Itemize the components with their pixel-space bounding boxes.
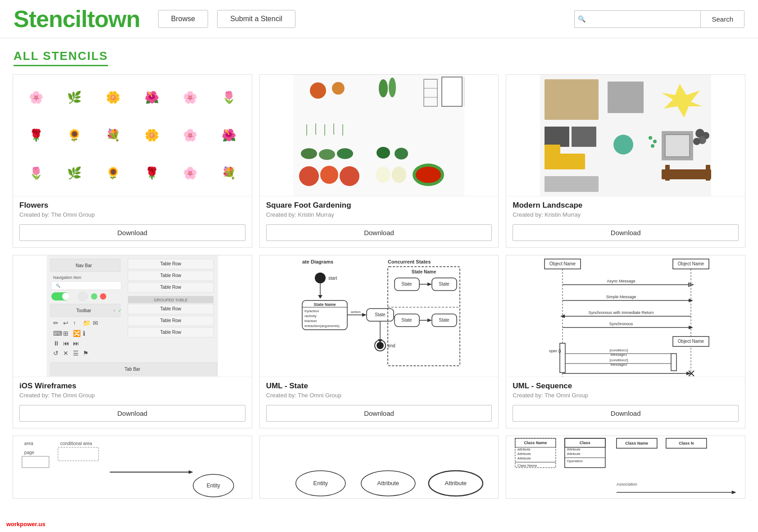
search-button[interactable]: Search xyxy=(700,10,744,28)
svg-text:end: end xyxy=(388,343,395,348)
stencil-name-landscape: Modern Landscape xyxy=(513,201,739,210)
svg-rect-31 xyxy=(545,127,569,147)
svg-text:⏸: ⏸ xyxy=(53,340,59,347)
search-input[interactable] xyxy=(574,10,700,28)
svg-text:Nav Bar: Nav Bar xyxy=(76,263,92,268)
svg-text:Attribute: Attribute xyxy=(517,456,531,460)
svg-text:[condition2]: [condition2] xyxy=(610,358,628,362)
svg-text:action: action xyxy=(351,310,360,314)
svg-point-2 xyxy=(332,82,345,95)
svg-point-26 xyxy=(416,167,441,183)
flower-11: 🌸 xyxy=(172,117,209,153)
svg-text:✉: ✉ xyxy=(93,319,98,327)
svg-text:Attribute: Attribute xyxy=(377,480,399,487)
flower-18: 💐 xyxy=(210,155,247,191)
svg-point-20 xyxy=(299,166,319,186)
svg-point-64 xyxy=(91,293,97,300)
svg-text:Class Name: Class Name xyxy=(524,441,547,445)
download-button-uml-state[interactable]: Download xyxy=(266,405,492,422)
download-button-garden[interactable]: Download xyxy=(266,224,492,241)
flower-17: 🌸 xyxy=(172,155,209,191)
svg-text:Table Row: Table Row xyxy=(160,318,181,323)
stencil-author-uml-seq: Created by: The Omni Group xyxy=(513,392,739,399)
stencil-name-flowers: Flowers xyxy=(19,201,245,210)
download-button-landscape[interactable]: Download xyxy=(513,224,739,241)
flower-7: 🌹 xyxy=(18,117,54,153)
svg-text:Toolbar: Toolbar xyxy=(76,308,91,313)
svg-text:⌨: ⌨ xyxy=(53,330,62,337)
svg-rect-29 xyxy=(608,82,644,113)
stencil-info-uml-seq: UML - Sequence Created by: The Omni Grou… xyxy=(506,377,745,405)
svg-text:⚑: ⚑ xyxy=(83,350,89,357)
svg-point-44 xyxy=(693,138,700,145)
garden-svg xyxy=(293,75,464,196)
svg-point-98 xyxy=(315,273,326,283)
svg-text:ℹ: ℹ xyxy=(83,330,85,337)
svg-text:State: State xyxy=(402,318,413,323)
svg-text:Message2: Message2 xyxy=(611,363,627,367)
page-title: ALL STENCILS xyxy=(14,49,108,66)
svg-rect-34 xyxy=(545,145,560,169)
svg-rect-46 xyxy=(665,165,670,181)
flower-1: 🌸 xyxy=(18,79,54,115)
svg-text:State Name: State Name xyxy=(412,269,436,274)
svg-text:State: State xyxy=(375,312,386,317)
svg-text:Attribute: Attribute xyxy=(567,447,581,451)
svg-text:⏭: ⏭ xyxy=(73,340,79,347)
svg-point-4 xyxy=(389,77,396,97)
svg-point-3 xyxy=(379,79,388,97)
svg-text:✓: ✓ xyxy=(118,308,122,313)
svg-rect-32 xyxy=(572,127,596,147)
svg-rect-8 xyxy=(442,77,462,106)
flower-15: 🌻 xyxy=(95,155,132,191)
stencil-preview-flowers: 🌸 🌿 🌼 🌺 🌸 🌷 🌹 🌻 💐 🌼 🌸 🌺 🌷 🌿 🌻 🌹 🌸 💐 xyxy=(13,75,252,196)
submit-stencil-button[interactable]: Submit a Stencil xyxy=(217,10,295,28)
svg-rect-47 xyxy=(706,165,710,181)
stencil-preview-uml-state: ate Diagrams start State Name try/action… xyxy=(260,255,499,377)
svg-text:🔍: 🔍 xyxy=(56,283,60,288)
stencil-card-uml-seq: Object Name Object Name Async Message Si… xyxy=(506,255,745,428)
svg-text:Class N: Class N xyxy=(679,441,694,446)
logo: Stenciltown xyxy=(14,5,140,32)
landscape-svg xyxy=(540,75,711,196)
download-button-ios[interactable]: Download xyxy=(19,405,245,422)
svg-rect-28 xyxy=(545,79,599,120)
stencil-grid: 🌸 🌿 🌼 🌺 🌸 🌷 🌹 🌻 💐 🌼 🌸 🌺 🌷 🌿 🌻 🌹 🌸 💐 xyxy=(0,71,758,432)
svg-text:↺: ↺ xyxy=(53,350,59,357)
svg-text:🔀: 🔀 xyxy=(73,330,81,337)
svg-text:☰: ☰ xyxy=(73,350,79,357)
flower-13: 🌷 xyxy=(18,155,54,191)
bottom-card-er-center: Entity Attribute Attribute xyxy=(259,436,499,499)
svg-point-16 xyxy=(319,149,335,160)
svg-text:oper (): oper () xyxy=(549,349,561,353)
svg-text:Attribute: Attribute xyxy=(567,452,581,456)
download-button-flowers[interactable]: Download xyxy=(19,224,245,241)
stencil-author-garden: Created by: Kristin Murray xyxy=(266,211,492,218)
svg-text:Association: Association xyxy=(617,482,637,487)
download-button-uml-seq[interactable]: Download xyxy=(513,405,739,422)
svg-point-38 xyxy=(651,144,654,148)
svg-text:↑: ↑ xyxy=(73,319,76,327)
page-title-section: ALL STENCILS xyxy=(0,38,758,71)
svg-text:Synchronous with Immediate Ret: Synchronous with Immediate Return xyxy=(589,310,654,315)
svg-text:ent/action(arguments): ent/action(arguments) xyxy=(304,324,340,328)
svg-text:Table Row: Table Row xyxy=(160,261,181,266)
er-left-svg: area page conditional area Entity xyxy=(13,436,252,499)
svg-point-35 xyxy=(613,135,633,155)
stencil-author-ios: Created by: The Omni Group xyxy=(19,392,245,399)
svg-text:⊞: ⊞ xyxy=(63,330,68,337)
svg-text:State Name: State Name xyxy=(314,302,336,307)
stencil-info-ios: iOS Wireframes Created by: The Omni Grou… xyxy=(13,377,252,405)
svg-point-65 xyxy=(100,293,106,300)
svg-text:[condition1]: [condition1] xyxy=(610,348,628,352)
svg-text:Object Name: Object Name xyxy=(678,339,704,344)
svg-point-15 xyxy=(301,148,317,159)
svg-point-19 xyxy=(395,148,408,159)
svg-text:it/action: it/action xyxy=(304,319,317,323)
stencil-name-uml-state: UML - State xyxy=(266,382,492,391)
stencil-info-uml-state: UML - State Created by: The Omni Group xyxy=(260,377,499,405)
svg-text:page: page xyxy=(24,450,35,455)
stencil-info-landscape: Modern Landscape Created by: Kristin Mur… xyxy=(506,196,745,224)
browse-button[interactable]: Browse xyxy=(158,10,208,28)
flower-5: 🌸 xyxy=(172,79,209,115)
